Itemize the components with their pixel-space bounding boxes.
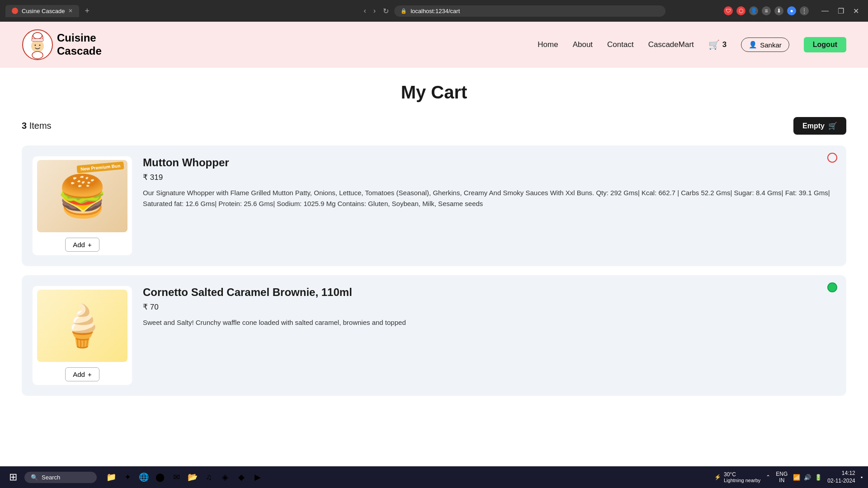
item-image-emoji-2: 🍦 (57, 302, 108, 350)
cart-header: 3 Items Empty 🛒 (22, 117, 846, 135)
empty-cart-icon: 🛒 (828, 122, 837, 130)
nav-links: Home About Contact CascadeMart 🛒 3 👤 San… (538, 37, 846, 52)
ext-icon-3[interactable]: ⬇ (774, 6, 783, 15)
svg-point-6 (35, 45, 36, 46)
minimize-btn[interactable]: — (818, 7, 832, 15)
win-controls: — ❐ ✕ (818, 7, 863, 15)
item-price-2: ₹ 70 (143, 302, 835, 312)
items-count: 3 Items (22, 121, 52, 131)
logo-text: CuisineCascade (57, 32, 102, 58)
item-details-2: Cornetto Salted Caramel Brownie, 110ml ₹… (143, 286, 835, 328)
active-tab[interactable]: Cusine Cascade ✕ (5, 5, 79, 17)
item-desc-2: Sweet and Salty! Crunchy waffle cone loa… (143, 317, 835, 328)
maximize-btn[interactable]: ❐ (834, 7, 848, 15)
cart-count: 3 (722, 40, 726, 49)
page-title: My Cart (22, 82, 846, 103)
browser-actions: 🛡 ⬡ 👤 ≡ ⬇ ● ⋮ (724, 6, 809, 15)
item-image-wrap-2: 🍦 Add + (33, 286, 132, 385)
cart-badge[interactable]: 🛒 3 (708, 39, 726, 50)
menu-btn[interactable]: ⋮ (800, 6, 809, 15)
item-image-emoji: 🍔 (57, 173, 108, 220)
item-name-2: Cornetto Salted Caramel Brownie, 110ml (143, 286, 835, 299)
item-badge: New Premium Bun (76, 161, 124, 173)
add-item-btn-1[interactable]: Add + (65, 238, 99, 252)
item-image-wrap-1: New Premium Bun 🍔 Add + (33, 156, 132, 255)
nav-controls: ‹ › ↻ 🔒 localhost:1234/cart (362, 5, 715, 17)
forward-btn[interactable]: › (372, 5, 377, 17)
back-btn[interactable]: ‹ (362, 5, 368, 17)
lock-icon: 🔒 (401, 8, 407, 14)
status-indicator-green (827, 282, 837, 292)
tab-favicon (12, 8, 18, 14)
browser-chrome: Cusine Cascade ✕ + ‹ › ↻ 🔒 localhost:123… (0, 0, 868, 22)
address-bar[interactable]: 🔒 localhost:1234/cart (394, 5, 665, 17)
adblock-icon[interactable]: 🛡 (724, 6, 733, 15)
ext-icon-1[interactable]: ⬡ (736, 6, 745, 15)
browser-tabs: Cusine Cascade ✕ + (5, 5, 359, 18)
navbar: CuisineCascade Home About Contact Cascad… (0, 22, 868, 68)
nav-home[interactable]: Home (538, 40, 558, 49)
cart-item-mutton-whopper: New Premium Bun 🍔 Add + Mutton Whopper ₹… (22, 145, 846, 266)
nav-contact[interactable]: Contact (607, 40, 634, 49)
empty-label: Empty (802, 122, 825, 130)
item-name-1: Mutton Whopper (143, 156, 835, 169)
username: Sankar (760, 41, 782, 49)
svg-rect-5 (32, 39, 43, 41)
user-button[interactable]: 👤 Sankar (741, 38, 789, 52)
svg-rect-3 (33, 33, 42, 39)
status-indicator-red (827, 153, 837, 163)
empty-cart-button[interactable]: Empty 🛒 (793, 117, 846, 135)
item-details-1: Mutton Whopper ₹ 319 Our Signature Whopp… (143, 156, 835, 209)
url-text: localhost:1234/cart (410, 8, 460, 14)
new-tab-btn[interactable]: + (81, 5, 93, 18)
tab-close-btn[interactable]: ✕ (68, 8, 73, 14)
user-icon: 👤 (749, 41, 757, 49)
nav-cascademart[interactable]: CascadeMart (648, 40, 694, 49)
nav-about[interactable]: About (573, 40, 593, 49)
svg-point-4 (31, 40, 44, 52)
tab-title: Cusine Cascade (22, 8, 65, 14)
item-price-1: ₹ 319 (143, 173, 835, 182)
logo-area: CuisineCascade (22, 29, 102, 61)
website: CuisineCascade Home About Contact Cascad… (0, 22, 868, 466)
profile-circle[interactable]: ● (787, 6, 796, 15)
logo-icon (22, 29, 53, 61)
close-btn[interactable]: ✕ (849, 7, 863, 15)
refresh-btn[interactable]: ↻ (381, 5, 391, 17)
svg-point-7 (39, 45, 41, 46)
item-desc-1: Our Signature Whopper with Flame Grilled… (143, 188, 835, 209)
profile-icon[interactable]: 👤 (749, 6, 758, 15)
ext-icon-2[interactable]: ≡ (762, 6, 771, 15)
main-content: My Cart 3 Items Empty 🛒 New Premium Bun … (0, 68, 868, 419)
cart-icon: 🛒 (708, 39, 720, 50)
logout-button[interactable]: Logout (804, 37, 846, 52)
add-item-btn-2[interactable]: Add + (65, 367, 99, 381)
cart-item-cornetto: 🍦 Add + Cornetto Salted Caramel Brownie,… (22, 275, 846, 396)
svg-point-8 (32, 52, 43, 59)
